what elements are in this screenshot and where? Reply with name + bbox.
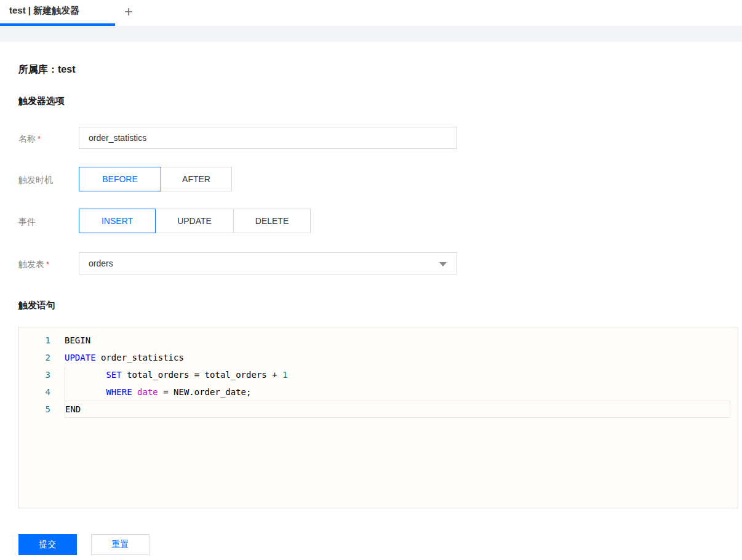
event-button-group: INSERTUPDATEDELETE bbox=[79, 209, 311, 233]
code-line-5[interactable]: 5END bbox=[19, 401, 738, 418]
tab-new-trigger[interactable]: test | 新建触发器 bbox=[9, 5, 79, 17]
chevron-down-icon bbox=[439, 262, 447, 266]
event-label: 事件 bbox=[18, 217, 36, 228]
code-line-3[interactable]: 3 SET total_orders = total_orders + 1 bbox=[19, 366, 738, 383]
timing-label: 触发时机 bbox=[18, 175, 53, 186]
database-value: test bbox=[58, 64, 75, 74]
token-number: 1 bbox=[282, 370, 287, 380]
name-label-text: 名称 bbox=[18, 134, 36, 143]
trigger-options-title: 触发器选项 bbox=[18, 95, 65, 107]
toolbar-strip bbox=[0, 26, 742, 42]
table-label-text: 触发表 bbox=[18, 259, 44, 269]
token-default: order_statistics bbox=[96, 353, 184, 362]
event-delete-button[interactable]: DELETE bbox=[233, 209, 311, 233]
token-default: END bbox=[65, 404, 81, 414]
code-text[interactable]: SET total_orders = total_orders + 1 bbox=[65, 366, 730, 383]
line-number: 5 bbox=[19, 401, 65, 418]
token-default bbox=[132, 387, 137, 397]
timing-button-group: BEFOREAFTER bbox=[79, 167, 232, 191]
token-default: BEGIN bbox=[65, 335, 90, 345]
submit-button[interactable]: 提交 bbox=[18, 534, 77, 555]
code-line-1[interactable]: 1BEGIN bbox=[19, 332, 738, 349]
required-asterisk: * bbox=[46, 260, 49, 269]
name-input[interactable] bbox=[79, 127, 457, 149]
indent-guide bbox=[65, 366, 65, 383]
code-text[interactable]: WHERE date = NEW.order_date; bbox=[65, 383, 730, 401]
plus-icon[interactable]: + bbox=[124, 2, 133, 21]
trigger-editor-page: test | 新建触发器 + 所属库：test 触发器选项 名称* 触发时机 B… bbox=[0, 0, 742, 560]
reset-button[interactable]: 重置 bbox=[91, 534, 150, 555]
line-number: 1 bbox=[19, 332, 65, 349]
sql-code-editor[interactable]: 1BEGIN2UPDATE order_statistics3 SET tota… bbox=[18, 327, 738, 508]
token-default: = NEW.order_date; bbox=[158, 387, 252, 397]
line-number: 3 bbox=[19, 366, 65, 383]
trigger-table-select[interactable]: orders bbox=[79, 252, 457, 274]
token-keyword: WHERE bbox=[106, 387, 132, 397]
line-number: 2 bbox=[19, 349, 65, 366]
code-text-current-line[interactable]: END bbox=[65, 401, 730, 418]
code-line-4[interactable]: 4 WHERE date = NEW.order_date; bbox=[19, 383, 738, 401]
line-number: 4 bbox=[19, 383, 65, 401]
indent-guide bbox=[65, 383, 65, 401]
event-insert-button[interactable]: INSERT bbox=[79, 209, 156, 233]
tab-bar: test | 新建触发器 + bbox=[0, 0, 742, 26]
token-keyword: UPDATE bbox=[65, 353, 96, 362]
database-label: 所属库： bbox=[18, 64, 58, 74]
event-update-button[interactable]: UPDATE bbox=[155, 209, 234, 233]
timing-before-button[interactable]: BEFORE bbox=[79, 167, 161, 191]
token-default: total_orders = total_orders + bbox=[122, 370, 282, 380]
code-text[interactable]: UPDATE order_statistics bbox=[65, 349, 730, 366]
name-label: 名称* bbox=[18, 134, 41, 145]
database-heading: 所属库：test bbox=[18, 63, 75, 76]
token-default bbox=[65, 370, 106, 380]
required-asterisk: * bbox=[38, 134, 41, 143]
token-default bbox=[65, 387, 106, 397]
code-text[interactable]: BEGIN bbox=[65, 332, 730, 349]
token-keyword: SET bbox=[106, 370, 121, 380]
trigger-table-value: orders bbox=[89, 258, 113, 268]
token-builtin: date bbox=[137, 387, 158, 397]
code-line-2[interactable]: 2UPDATE order_statistics bbox=[19, 349, 738, 366]
timing-after-button[interactable]: AFTER bbox=[161, 167, 232, 191]
trigger-statement-title: 触发语句 bbox=[18, 300, 55, 311]
table-label: 触发表* bbox=[18, 259, 49, 270]
